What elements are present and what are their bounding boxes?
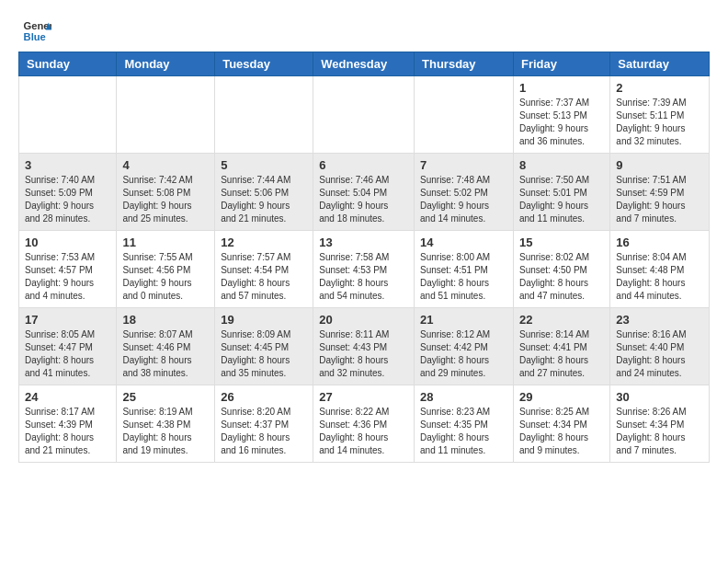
calendar-cell: 4Sunrise: 7:42 AM Sunset: 5:08 PM Daylig…: [117, 154, 215, 231]
day-number: 12: [221, 236, 307, 249]
day-number: 8: [519, 158, 604, 172]
day-number: 16: [616, 236, 703, 249]
day-number: 1: [519, 81, 604, 95]
day-number: 25: [122, 390, 209, 404]
day-info: Sunrise: 7:51 AM Sunset: 4:59 PM Dayligh…: [616, 174, 703, 225]
day-number: 26: [221, 390, 307, 404]
day-number: 22: [519, 313, 604, 327]
calendar-cell: [19, 76, 117, 154]
calendar-cell: [215, 76, 313, 154]
calendar-cell: 11Sunrise: 7:55 AM Sunset: 4:56 PM Dayli…: [117, 231, 215, 308]
day-number: 18: [122, 313, 209, 327]
calendar-cell: 8Sunrise: 7:50 AM Sunset: 5:01 PM Daylig…: [513, 154, 609, 231]
day-info: Sunrise: 7:42 AM Sunset: 5:08 PM Dayligh…: [122, 174, 209, 225]
svg-text:Blue: Blue: [24, 31, 46, 42]
week-row-1: 1Sunrise: 7:37 AM Sunset: 5:13 PM Daylig…: [19, 76, 710, 154]
calendar-cell: 9Sunrise: 7:51 AM Sunset: 4:59 PM Daylig…: [610, 154, 710, 231]
calendar-cell: 22Sunrise: 8:14 AM Sunset: 4:41 PM Dayli…: [513, 308, 609, 385]
day-info: Sunrise: 8:20 AM Sunset: 4:37 PM Dayligh…: [221, 406, 307, 457]
day-number: 11: [122, 236, 209, 249]
day-info: Sunrise: 8:14 AM Sunset: 4:41 PM Dayligh…: [519, 328, 604, 380]
day-number: 28: [420, 390, 507, 404]
day-info: Sunrise: 8:25 AM Sunset: 4:34 PM Dayligh…: [519, 406, 604, 457]
day-info: Sunrise: 7:46 AM Sunset: 5:04 PM Dayligh…: [319, 174, 408, 225]
calendar-cell: 18Sunrise: 8:07 AM Sunset: 4:46 PM Dayli…: [117, 308, 215, 385]
weekday-header-sunday: Sunday: [19, 52, 117, 76]
calendar-table: SundayMondayTuesdayWednesdayThursdayFrid…: [18, 52, 710, 463]
day-number: 23: [616, 313, 703, 327]
calendar-cell: 21Sunrise: 8:12 AM Sunset: 4:42 PM Dayli…: [415, 308, 514, 385]
calendar-cell: 29Sunrise: 8:25 AM Sunset: 4:34 PM Dayli…: [513, 385, 609, 463]
calendar-cell: 17Sunrise: 8:05 AM Sunset: 4:47 PM Dayli…: [19, 308, 117, 385]
day-number: 6: [319, 158, 408, 172]
calendar-cell: [313, 76, 415, 154]
weekday-header-friday: Friday: [513, 52, 609, 76]
day-number: 3: [25, 158, 110, 172]
week-row-5: 24Sunrise: 8:17 AM Sunset: 4:39 PM Dayli…: [19, 385, 710, 463]
day-number: 14: [420, 236, 507, 249]
day-info: Sunrise: 7:58 AM Sunset: 4:53 PM Dayligh…: [319, 251, 408, 303]
day-info: Sunrise: 8:09 AM Sunset: 4:45 PM Dayligh…: [221, 328, 307, 380]
day-number: 15: [519, 236, 604, 249]
day-info: Sunrise: 8:22 AM Sunset: 4:36 PM Dayligh…: [319, 406, 408, 457]
calendar-cell: 28Sunrise: 8:23 AM Sunset: 4:35 PM Dayli…: [415, 385, 514, 463]
day-info: Sunrise: 7:48 AM Sunset: 5:02 PM Dayligh…: [420, 174, 507, 225]
calendar-cell: 20Sunrise: 8:11 AM Sunset: 4:43 PM Dayli…: [313, 308, 415, 385]
day-number: 30: [616, 390, 703, 404]
day-info: Sunrise: 7:50 AM Sunset: 5:01 PM Dayligh…: [519, 174, 604, 225]
calendar-cell: 19Sunrise: 8:09 AM Sunset: 4:45 PM Dayli…: [215, 308, 313, 385]
day-info: Sunrise: 8:04 AM Sunset: 4:48 PM Dayligh…: [616, 251, 703, 303]
weekday-header-saturday: Saturday: [610, 52, 710, 76]
calendar-cell: 27Sunrise: 8:22 AM Sunset: 4:36 PM Dayli…: [313, 385, 415, 463]
calendar-cell: 24Sunrise: 8:17 AM Sunset: 4:39 PM Dayli…: [19, 385, 117, 463]
calendar-wrapper: SundayMondayTuesdayWednesdayThursdayFrid…: [0, 52, 728, 472]
day-info: Sunrise: 7:53 AM Sunset: 4:57 PM Dayligh…: [25, 251, 110, 303]
calendar-cell: 16Sunrise: 8:04 AM Sunset: 4:48 PM Dayli…: [610, 231, 710, 308]
calendar-cell: 30Sunrise: 8:26 AM Sunset: 4:34 PM Dayli…: [610, 385, 710, 463]
day-number: 4: [122, 158, 209, 172]
day-info: Sunrise: 7:39 AM Sunset: 5:11 PM Dayligh…: [616, 97, 703, 148]
day-number: 21: [420, 313, 507, 327]
calendar-cell: 10Sunrise: 7:53 AM Sunset: 4:57 PM Dayli…: [19, 231, 117, 308]
calendar-cell: 5Sunrise: 7:44 AM Sunset: 5:06 PM Daylig…: [215, 154, 313, 231]
day-info: Sunrise: 7:55 AM Sunset: 4:56 PM Dayligh…: [122, 251, 209, 303]
logo: General Blue: [22, 17, 51, 46]
weekday-header-wednesday: Wednesday: [313, 52, 415, 76]
logo-icon: General Blue: [22, 17, 51, 46]
calendar-cell: 14Sunrise: 8:00 AM Sunset: 4:51 PM Dayli…: [415, 231, 514, 308]
day-info: Sunrise: 8:00 AM Sunset: 4:51 PM Dayligh…: [420, 251, 507, 303]
day-info: Sunrise: 8:11 AM Sunset: 4:43 PM Dayligh…: [319, 328, 408, 380]
weekday-header-thursday: Thursday: [415, 52, 514, 76]
weekday-header-tuesday: Tuesday: [215, 52, 313, 76]
day-number: 19: [221, 313, 307, 327]
day-info: Sunrise: 8:23 AM Sunset: 4:35 PM Dayligh…: [420, 406, 507, 457]
calendar-cell: [415, 76, 514, 154]
calendar-cell: 3Sunrise: 7:40 AM Sunset: 5:09 PM Daylig…: [19, 154, 117, 231]
calendar-cell: 12Sunrise: 7:57 AM Sunset: 4:54 PM Dayli…: [215, 231, 313, 308]
day-info: Sunrise: 8:12 AM Sunset: 4:42 PM Dayligh…: [420, 328, 507, 380]
calendar-cell: 23Sunrise: 8:16 AM Sunset: 4:40 PM Dayli…: [610, 308, 710, 385]
day-info: Sunrise: 8:19 AM Sunset: 4:38 PM Dayligh…: [122, 406, 209, 457]
day-info: Sunrise: 7:57 AM Sunset: 4:54 PM Dayligh…: [221, 251, 307, 303]
day-info: Sunrise: 8:07 AM Sunset: 4:46 PM Dayligh…: [122, 328, 209, 380]
weekday-header-monday: Monday: [117, 52, 215, 76]
day-number: 2: [616, 81, 703, 95]
day-info: Sunrise: 8:26 AM Sunset: 4:34 PM Dayligh…: [616, 406, 703, 457]
day-number: 24: [25, 390, 110, 404]
day-info: Sunrise: 7:44 AM Sunset: 5:06 PM Dayligh…: [221, 174, 307, 225]
day-info: Sunrise: 7:40 AM Sunset: 5:09 PM Dayligh…: [25, 174, 110, 225]
day-number: 5: [221, 158, 307, 172]
calendar-cell: 6Sunrise: 7:46 AM Sunset: 5:04 PM Daylig…: [313, 154, 415, 231]
day-info: Sunrise: 8:16 AM Sunset: 4:40 PM Dayligh…: [616, 328, 703, 380]
week-row-3: 10Sunrise: 7:53 AM Sunset: 4:57 PM Dayli…: [19, 231, 710, 308]
calendar-cell: 13Sunrise: 7:58 AM Sunset: 4:53 PM Dayli…: [313, 231, 415, 308]
day-number: 7: [420, 158, 507, 172]
week-row-4: 17Sunrise: 8:05 AM Sunset: 4:47 PM Dayli…: [19, 308, 710, 385]
calendar-cell: 7Sunrise: 7:48 AM Sunset: 5:02 PM Daylig…: [415, 154, 514, 231]
week-row-2: 3Sunrise: 7:40 AM Sunset: 5:09 PM Daylig…: [19, 154, 710, 231]
calendar-cell: 1Sunrise: 7:37 AM Sunset: 5:13 PM Daylig…: [513, 76, 609, 154]
day-number: 29: [519, 390, 604, 404]
calendar-cell: 25Sunrise: 8:19 AM Sunset: 4:38 PM Dayli…: [117, 385, 215, 463]
page-header: General Blue: [0, 0, 728, 52]
day-number: 27: [319, 390, 408, 404]
